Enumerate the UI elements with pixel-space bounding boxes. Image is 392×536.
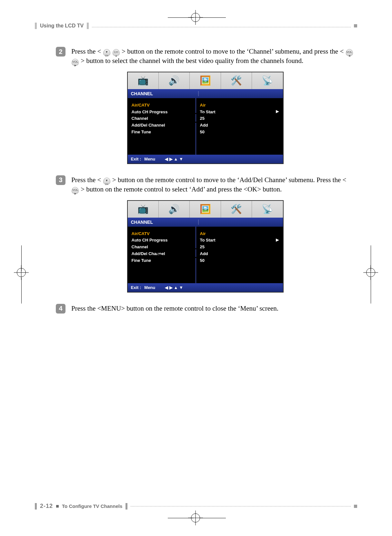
remote-vol-l-icon: VOL◀ — [346, 49, 353, 56]
step-number-badge: 2 — [56, 47, 65, 57]
osd-body: Air/CATVAuto CH ProgressChannelAdd/Del C… — [128, 98, 283, 155]
content-area: 2Press the < ▼CH CH▲ > button on the rem… — [35, 29, 357, 314]
footer-accent-bar — [35, 503, 37, 510]
remote-vol-r-icon: VOL▶ — [72, 59, 79, 66]
osd-tab-2: 🖼️ — [190, 72, 221, 89]
osd-footer-exit: Exit : — [131, 285, 141, 290]
osd-arrow-icon: ▶ — [276, 109, 279, 114]
osd-row-label: Channel — [132, 244, 192, 251]
osd-row-value: 25 — [200, 244, 279, 251]
header-end-block — [354, 24, 357, 27]
header-dotted-rule — [92, 27, 351, 27]
osd-row-value: Add — [200, 122, 279, 129]
osd-tab-bar: 📺🔊🖼️🛠️📡 — [128, 72, 283, 89]
osd-row-label: Add/Del Channel — [132, 122, 192, 129]
osd-screenshot-container: 📺🔊🖼️🛠️📡CHANNELAir/CATVAuto CH ProgressCh… — [56, 200, 355, 293]
osd-values-col: AirTo Start▶25Add50 — [196, 227, 283, 283]
osd-title: CHANNEL — [131, 91, 199, 96]
osd-tab-icon: 📺 — [137, 204, 149, 214]
osd-tab-0: 📺 — [128, 72, 159, 89]
remote-ch-dn-icon: ▼CH — [103, 49, 110, 56]
osd-row-label: Air/CATV — [132, 231, 192, 237]
osd-tab-4: 📡 — [252, 201, 283, 218]
osd-row-label: Fine Tune — [132, 257, 192, 264]
osd-row-label: Fine Tune — [132, 129, 192, 136]
osd-row-label: Air/CATV — [132, 102, 192, 109]
osd-tab-icon: 📡 — [262, 204, 273, 214]
osd-row-label: Auto CH Progress — [132, 109, 192, 116]
step-number-badge: 4 — [56, 304, 65, 314]
step-text: Press the < ▼CH > button on the remote c… — [71, 175, 355, 194]
osd-tab-icon: 🛠️ — [231, 204, 242, 214]
osd-tab-bar: 📺🔊🖼️🛠️📡 — [128, 201, 283, 218]
osd-footer-arrows-icon: ◀ ▶ ▲ ▼ — [165, 157, 183, 161]
osd-title-bar: CHANNEL — [128, 89, 283, 98]
osd-tab-1: 🔊 — [159, 201, 190, 218]
osd-row-value: 50 — [200, 257, 279, 264]
osd-screenshot-container: 📺🔊🖼️🛠️📡CHANNELAir/CATVAuto CH ProgressCh… — [56, 72, 355, 164]
header-accent-bar — [35, 23, 37, 29]
osd-row-label: Auto CH Progress — [132, 237, 192, 244]
osd-footer-exit: Exit : — [131, 157, 141, 161]
footer-section-title: To Configure TV Channels — [62, 503, 122, 509]
instruction-step: 4Press the <MENU> button on the remote c… — [56, 304, 355, 314]
page-footer: 2-12 To Configure TV Channels — [35, 503, 357, 510]
osd-tab-icon: 🖼️ — [200, 204, 211, 214]
osd-row-value: Air — [200, 231, 279, 237]
osd-labels-col: Air/CATVAuto CH ProgressChannelAdd/Del C… — [128, 227, 196, 283]
osd-row-value: 25 — [200, 115, 279, 122]
osd-tab-icon: 📺 — [137, 75, 149, 86]
osd-row-label: Channel — [132, 115, 192, 122]
osd-footer: Exit :Menu◀ ▶ ▲ ▼ — [128, 155, 283, 163]
osd-tab-icon: 🔊 — [168, 75, 180, 86]
osd-channel-screenshot-1: 📺🔊🖼️🛠️📡CHANNELAir/CATVAuto CH ProgressCh… — [127, 72, 284, 164]
osd-tab-icon: 🛠️ — [231, 75, 242, 86]
osd-footer-arrows-icon: ◀ ▶ ▲ ▼ — [165, 285, 183, 290]
osd-title: CHANNEL — [131, 220, 199, 225]
footer-accent-bar — [126, 503, 127, 510]
header-accent-bar — [87, 23, 89, 29]
footer-square-icon — [56, 505, 59, 508]
osd-footer-menu: Menu — [144, 157, 155, 161]
osd-footer-menu: Menu — [144, 285, 155, 290]
osd-row-label: Add/Del Channel — [132, 251, 192, 257]
page-number: 2-12 — [40, 503, 53, 510]
osd-tab-3: 🛠️ — [221, 201, 252, 218]
instruction-step: 3Press the < ▼CH > button on the remote … — [56, 175, 355, 194]
osd-row-value: Add — [200, 251, 279, 257]
osd-arrow-icon: ▶ — [276, 237, 279, 242]
osd-tab-1: 🔊 — [159, 72, 190, 89]
osd-tab-3: 🛠️ — [221, 72, 252, 89]
osd-values-col: AirTo Start▶25Add50 — [196, 98, 283, 155]
manual-page: Using the LCD TV 2Press the < ▼CH CH▲ > … — [35, 23, 357, 513]
remote-ch-dn-icon: ▼CH — [103, 178, 110, 185]
osd-row-value: Air — [200, 102, 279, 109]
header-title: Using the LCD TV — [40, 23, 84, 29]
osd-row-value: 50 — [200, 129, 279, 136]
footer-dotted-rule — [131, 506, 351, 507]
osd-tab-icon: 📡 — [262, 75, 273, 86]
osd-row-value: To Start — [200, 109, 279, 116]
osd-channel-screenshot-2: 📺🔊🖼️🛠️📡CHANNELAir/CATVAuto CH ProgressCh… — [127, 200, 284, 293]
osd-body: Air/CATVAuto CH ProgressChannelAdd/Del C… — [128, 227, 283, 283]
osd-labels-col: Air/CATVAuto CH ProgressChannelAdd/Del C… — [128, 98, 196, 155]
footer-end-block — [354, 505, 357, 508]
osd-tab-icon: 🔊 — [168, 204, 180, 214]
osd-footer: Exit :Menu◀ ▶ ▲ ▼ — [128, 283, 283, 292]
instruction-step: 2Press the < ▼CH CH▲ > button on the rem… — [56, 47, 355, 66]
osd-tab-4: 📡 — [252, 72, 283, 89]
page-header: Using the LCD TV — [35, 23, 357, 29]
osd-tab-icon: 🖼️ — [200, 75, 211, 86]
step-number-badge: 3 — [56, 175, 65, 185]
osd-title-bar: CHANNEL — [128, 218, 283, 227]
step-text: Press the <MENU> button on the remote co… — [71, 304, 278, 314]
remote-ch-up-icon: CH▲ — [113, 49, 120, 56]
remote-vol-r-icon: VOL▶ — [72, 187, 79, 194]
osd-row-value: To Start — [200, 237, 279, 244]
osd-tab-0: 📺 — [128, 201, 159, 218]
step-text: Press the < ▼CH CH▲ > button on the remo… — [71, 47, 355, 66]
osd-tab-2: 🖼️ — [190, 201, 221, 218]
